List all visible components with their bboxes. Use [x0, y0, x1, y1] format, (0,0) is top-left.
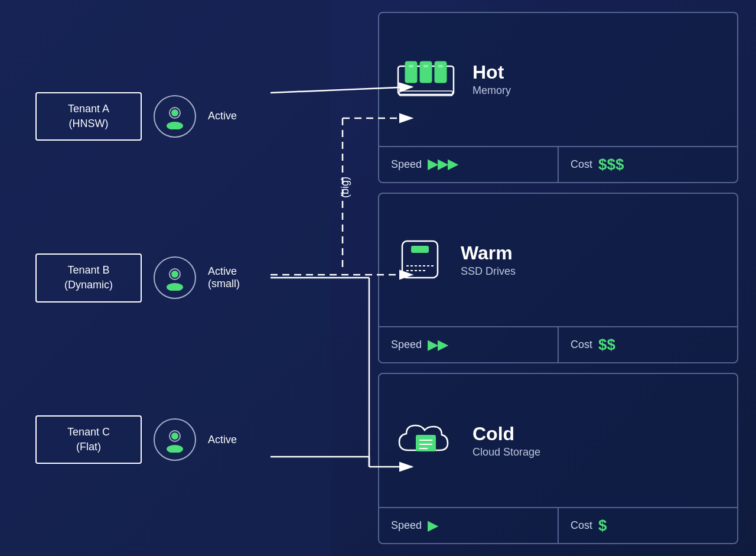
cold-speed-value: ▶ [428, 518, 438, 534]
svg-point-8 [171, 433, 178, 440]
tenant-a-row: Tenant A(HNSW) Active [35, 92, 319, 141]
cold-cost-label: Cost [571, 519, 592, 532]
hot-speed-value: ▶▶▶ [428, 157, 458, 172]
cold-tier-bottom: Speed ▶ Cost $ [379, 507, 737, 543]
warm-cost-label: Cost [571, 339, 592, 351]
cold-speed-label: Speed [391, 519, 422, 532]
tenant-b-avatar [154, 256, 196, 299]
warm-speed-label: Speed [391, 339, 422, 351]
hot-memory-icon [393, 54, 458, 104]
tenant-b-arrow-label: Active(small) [208, 265, 240, 290]
hot-cost-stat: Cost $$$ [559, 147, 737, 182]
warm-ssd-icon [393, 235, 447, 285]
hot-speed-label: Speed [391, 158, 422, 171]
warm-tier-subtitle: SSD Drives [461, 265, 516, 278]
warm-tier-bottom: Speed ▶▶ Cost $$ [379, 326, 737, 362]
tenant-c-box: Tenant C(Flat) [35, 415, 142, 464]
svg-point-4 [167, 283, 183, 291]
warm-tier: Warm SSD Drives Speed ▶▶ Cost $$ [378, 193, 738, 364]
tenant-c-arrow-label: Active [208, 434, 237, 446]
hot-tier: Hot Memory Speed ▶▶▶ Cost $$$ [378, 12, 738, 183]
warm-tier-title-block: Warm SSD Drives [461, 242, 516, 278]
cold-tier-title-block: Cold Cloud Storage [472, 423, 540, 459]
warm-speed-value: ▶▶ [428, 337, 448, 353]
hot-cost-label: Cost [571, 158, 592, 171]
cold-tier-subtitle: Cloud Storage [472, 446, 540, 459]
hot-tier-title-block: Hot Memory [472, 61, 511, 97]
svg-point-5 [171, 271, 178, 278]
tenant-a-avatar [154, 95, 196, 138]
right-panel: Hot Memory Speed ▶▶▶ Cost $$$ [331, 0, 756, 556]
hot-cost-value: $$$ [598, 155, 624, 174]
hot-tier-name: Hot [472, 61, 511, 83]
svg-point-2 [171, 109, 178, 116]
hot-tier-subtitle: Memory [472, 84, 511, 97]
warm-tier-top: Warm SSD Drives [379, 194, 737, 327]
left-panel: Tenant A(HNSW) Active Tenant B(Dynamic) [0, 0, 331, 556]
cold-cloud-icon [393, 416, 458, 466]
svg-rect-14 [409, 65, 413, 67]
warm-speed-stat: Speed ▶▶ [379, 327, 559, 362]
main-diagram: Tenant A(HNSW) Active Tenant B(Dynamic) [0, 0, 756, 556]
cold-speed-stat: Speed ▶ [379, 508, 559, 543]
cold-tier-top: Cold Cloud Storage [379, 374, 737, 507]
svg-rect-11 [420, 61, 432, 83]
warm-cost-value: $$ [598, 336, 615, 354]
tenant-c-avatar [154, 418, 196, 461]
tenant-a-box: Tenant A(HNSW) [35, 92, 142, 141]
hot-tier-bottom: Speed ▶▶▶ Cost $$$ [379, 146, 737, 182]
cold-cost-stat: Cost $ [559, 508, 737, 543]
tenant-a-arrow-label: Active [208, 110, 237, 122]
tenant-c-row: Tenant C(Flat) Active [35, 415, 319, 464]
cold-cost-value: $ [598, 516, 607, 535]
warm-cost-stat: Cost $$ [559, 327, 737, 362]
cold-tier: Cold Cloud Storage Speed ▶ Cost $ [378, 373, 738, 544]
tenant-b-box: Tenant B(Dynamic) [35, 253, 142, 302]
svg-rect-18 [411, 246, 429, 253]
svg-rect-16 [438, 65, 443, 67]
svg-rect-12 [435, 61, 447, 83]
hot-tier-top: Hot Memory [379, 13, 737, 146]
svg-rect-15 [423, 65, 428, 67]
cold-tier-name: Cold [472, 423, 540, 445]
svg-rect-10 [405, 61, 417, 83]
hot-speed-stat: Speed ▶▶▶ [379, 147, 559, 182]
svg-point-7 [167, 445, 183, 453]
svg-point-1 [167, 122, 183, 129]
tenant-b-row: Tenant B(Dynamic) Active(small) [35, 253, 319, 302]
warm-tier-name: Warm [461, 242, 516, 264]
